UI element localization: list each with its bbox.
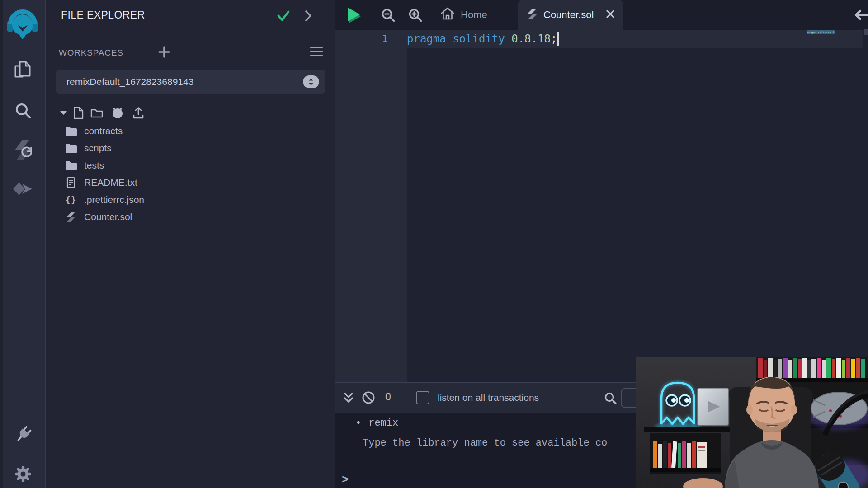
folder-icon	[64, 160, 78, 171]
file-row-Counter-sol[interactable]: Counter.sol	[46, 208, 334, 225]
close-tab-icon[interactable]	[606, 9, 615, 20]
file-icon	[64, 177, 78, 188]
listen-transactions-label[interactable]: listen on all transactions	[438, 392, 539, 403]
code-token: ;	[551, 33, 557, 45]
solidity-file-icon	[527, 8, 537, 22]
workspace-spinner-icon[interactable]	[303, 75, 319, 88]
zoom-in-icon[interactable]	[408, 8, 423, 23]
file-row-tests[interactable]: tests	[46, 157, 334, 174]
text-cursor	[557, 32, 559, 46]
workspaces-label: WORKSPACES	[59, 48, 123, 58]
file-name: scripts	[84, 143, 112, 154]
webcam-overlay	[636, 357, 868, 488]
workspace-menu-icon[interactable]	[310, 47, 323, 57]
upload-file-icon[interactable]	[131, 106, 146, 120]
solidity-compiler-icon[interactable]	[13, 139, 33, 160]
minimap[interactable]: pragma solidity 0.8.18;	[807, 30, 835, 34]
file-row-scripts[interactable]: scripts	[46, 140, 334, 157]
settings-gear-icon[interactable]	[13, 464, 33, 484]
terminal-prompt[interactable]: >	[342, 474, 349, 487]
tab-home[interactable]: Home	[434, 0, 494, 30]
solidity-icon	[64, 211, 78, 223]
icon-rail	[0, 0, 46, 488]
json-icon: {}	[64, 194, 78, 206]
folder-icon	[64, 142, 78, 154]
code-token: pragma solidity	[407, 33, 511, 45]
add-workspace-icon[interactable]	[158, 46, 170, 58]
panel-title: FILE EXPLORER	[61, 9, 145, 21]
editor-area: Home Counter.sol 1 pragma s	[335, 0, 868, 382]
clone-github-icon[interactable]	[110, 106, 125, 120]
workspace-name: remixDefault_1672823689143	[66, 76, 303, 87]
file-row-contracts[interactable]: contracts	[46, 122, 334, 140]
file-toolbar	[46, 106, 334, 121]
terminal-log-line: •remix	[355, 418, 398, 429]
deploy-and-run-icon[interactable]	[13, 179, 33, 200]
remix-ide-window: FILE EXPLORER WORKSPACES remixDefault_16…	[0, 0, 868, 488]
tab-counter-label: Counter.sol	[543, 9, 606, 21]
file-tree: contractsscriptstestsREADME.txt{}.pretti…	[46, 122, 334, 225]
home-icon	[440, 7, 455, 23]
chevron-right-icon[interactable]	[303, 10, 316, 23]
minimap-divider	[863, 30, 863, 382]
lower-bookshelf	[650, 433, 721, 474]
expand-terminal-icon[interactable]	[343, 392, 354, 406]
code-token: 0.8.18	[511, 33, 551, 45]
editor-gutter	[335, 30, 407, 382]
file-name: README.txt	[84, 177, 137, 188]
new-file-icon[interactable]	[71, 106, 86, 120]
file-explorer-panel: FILE EXPLORER WORKSPACES remixDefault_16…	[46, 0, 334, 488]
workspace-select[interactable]: remixDefault_1672823689143	[56, 70, 326, 94]
remix-logo-icon	[7, 12, 38, 39]
code-line[interactable]: pragma solidity 0.8.18;	[407, 30, 559, 48]
transaction-count-badge: 0	[385, 391, 391, 403]
file-name: Counter.sol	[84, 211, 132, 222]
line-number: 1	[335, 30, 388, 48]
file-row-README-txt[interactable]: README.txt	[46, 174, 334, 191]
minimap-slider[interactable]	[864, 29, 868, 35]
remix-logo[interactable]	[6, 7, 39, 40]
collapse-chevron-icon[interactable]	[56, 106, 71, 120]
tab-home-label: Home	[461, 9, 487, 21]
folder-icon	[64, 125, 78, 137]
file-row-prettierrc-json[interactable]: {}.prettierrc.json	[46, 191, 334, 208]
editor-tabbar: Home Counter.sol	[335, 0, 868, 30]
file-name: contracts	[84, 126, 123, 136]
search-icon[interactable]	[13, 100, 33, 121]
file-name: tests	[84, 160, 104, 171]
file-name: .prettierrc.json	[84, 194, 144, 205]
code-editor[interactable]: 1 pragma solidity 0.8.18; pragma solidit…	[335, 30, 868, 382]
accept-check-icon[interactable]	[277, 9, 290, 22]
file-explorer-icon[interactable]	[13, 61, 33, 81]
plugin-manager-icon[interactable]	[13, 424, 33, 445]
run-play-button[interactable]	[347, 7, 362, 21]
terminal-search-icon[interactable]	[604, 392, 618, 407]
listen-transactions-checkbox[interactable]	[416, 391, 429, 404]
scroll-tabs-left-icon[interactable]	[853, 9, 868, 21]
zoom-out-icon[interactable]	[381, 8, 396, 23]
youtube-award	[698, 388, 728, 425]
tab-counter-sol[interactable]: Counter.sol	[518, 0, 623, 30]
terminal-log-message: Type the library name to see available c…	[363, 437, 607, 449]
new-folder-icon[interactable]	[90, 106, 104, 120]
clear-console-icon[interactable]	[362, 391, 375, 406]
